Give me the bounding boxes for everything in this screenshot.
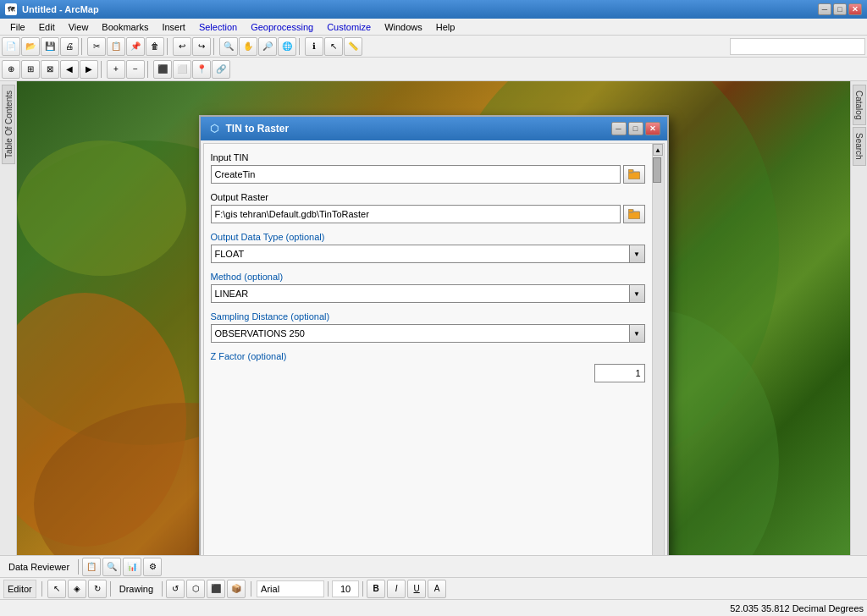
sampling-distance-arrow[interactable]: ▼: [629, 325, 644, 342]
menu-view[interactable]: View: [62, 19, 96, 35]
method-label: Method (optional): [211, 272, 645, 282]
draw-vertex-button[interactable]: ◈: [68, 580, 86, 598]
measure-button[interactable]: 📏: [344, 37, 362, 56]
sampling-distance-group: Sampling Distance (optional) OBSERVATION…: [211, 311, 645, 343]
tool4[interactable]: 🔗: [212, 60, 230, 79]
dialog-title-bar: ⬡ TIN to Raster ─ □ ✕: [201, 117, 667, 140]
paste-button[interactable]: 📌: [126, 37, 145, 56]
sep2: [167, 38, 170, 55]
sampling-distance-display[interactable]: OBSERVATIONS 250: [211, 324, 645, 343]
restore-button[interactable]: □: [833, 3, 847, 15]
draw-select-button[interactable]: ↖: [47, 580, 66, 598]
undo-button[interactable]: ↩: [173, 37, 191, 56]
scale-button[interactable]: ⬡: [186, 580, 205, 598]
font-family-select[interactable]: Arial: [257, 580, 324, 597]
menu-file[interactable]: File: [3, 19, 32, 35]
search-tab[interactable]: Search: [853, 127, 866, 166]
tin-to-raster-dialog: ⬡ TIN to Raster ─ □ ✕: [199, 115, 669, 555]
tool3[interactable]: 📍: [192, 60, 211, 79]
z-factor-row: [211, 364, 645, 382]
editor-dropdown[interactable]: Editor: [3, 580, 36, 598]
drawing-label[interactable]: Drawing: [114, 584, 158, 594]
window-controls: ─ □ ✕: [818, 3, 862, 15]
zoom-full-button[interactable]: ⊕: [2, 60, 20, 79]
status-bar: 52.035 35.812 Decimal Degrees: [0, 599, 867, 616]
identify-button[interactable]: ℹ: [305, 37, 323, 56]
forward-button[interactable]: ▶: [80, 60, 98, 79]
back-button[interactable]: ◀: [60, 60, 79, 79]
dialog-overlay: ⬡ TIN to Raster ─ □ ✕: [17, 81, 850, 555]
color-button[interactable]: A: [428, 580, 446, 598]
method-arrow[interactable]: ▼: [629, 285, 644, 302]
menu-edit[interactable]: Edit: [32, 19, 62, 35]
group-button[interactable]: 📦: [227, 580, 246, 598]
underline-button[interactable]: U: [407, 580, 426, 598]
full-extent-button[interactable]: 🌐: [278, 37, 296, 56]
tool2[interactable]: ⬜: [173, 60, 191, 79]
bold-button[interactable]: B: [367, 580, 385, 598]
menu-geoprocessing[interactable]: Geoprocessing: [244, 19, 320, 35]
dr-tool3[interactable]: 📊: [123, 558, 141, 576]
dr-tool2[interactable]: 🔍: [102, 558, 121, 576]
menu-customize[interactable]: Customize: [320, 19, 378, 35]
menu-selection[interactable]: Selection: [192, 19, 244, 35]
sep-drawing: [162, 581, 163, 597]
input-tin-browse-button[interactable]: [623, 165, 645, 184]
dialog-restore-button[interactable]: □: [628, 122, 643, 135]
output-data-type-arrow[interactable]: ▼: [629, 245, 644, 262]
zoom-out-fixed-button[interactable]: −: [126, 60, 145, 79]
z-factor-group: Z Factor (optional): [211, 351, 645, 382]
svg-rect-10: [628, 209, 633, 212]
print-button[interactable]: 🖨: [60, 37, 79, 56]
input-tin-field[interactable]: [211, 165, 621, 184]
toolbar-standard: 📄 📂 💾 🖨 ✂ 📋 📌 🗑 ↩ ↪ 🔍 ✋ 🔎 🌐 ℹ ↖ 📏: [0, 36, 867, 58]
scroll-thumb[interactable]: [653, 157, 661, 183]
dr-tool4[interactable]: ⚙: [143, 558, 162, 576]
output-raster-field[interactable]: [211, 205, 621, 223]
pan-button[interactable]: ✋: [239, 37, 257, 56]
zoom-out-button[interactable]: 🔎: [258, 37, 277, 56]
scroll-up-button[interactable]: ▲: [653, 144, 663, 156]
dialog-close-button[interactable]: ✕: [645, 122, 660, 135]
select-button[interactable]: ↖: [324, 37, 343, 56]
menu-windows[interactable]: Windows: [378, 19, 429, 35]
zoom-in-fixed-button[interactable]: +: [107, 60, 125, 79]
zoom-selected-button[interactable]: ⊠: [41, 60, 59, 79]
catalog-tab[interactable]: Catalog: [853, 85, 866, 125]
search-box[interactable]: [730, 38, 865, 55]
italic-button[interactable]: I: [387, 580, 406, 598]
tool1[interactable]: ⬛: [153, 60, 172, 79]
close-button[interactable]: ✕: [848, 3, 862, 15]
draw-rotate-button[interactable]: ↻: [88, 580, 107, 598]
minimize-button[interactable]: ─: [818, 3, 831, 15]
output-data-type-display[interactable]: FLOAT: [211, 245, 645, 263]
z-factor-field[interactable]: [594, 364, 645, 382]
menu-help[interactable]: Help: [429, 19, 462, 35]
output-data-type-group: Output Data Type (optional) FLOAT ▼: [211, 232, 645, 263]
delete-button[interactable]: 🗑: [146, 37, 164, 56]
font-size-select[interactable]: 10: [332, 580, 359, 597]
new-button[interactable]: 📄: [2, 37, 20, 56]
open-button[interactable]: 📂: [21, 37, 40, 56]
rotate-button[interactable]: ↺: [166, 580, 185, 598]
dr-tool1[interactable]: 📋: [82, 558, 101, 576]
method-display[interactable]: LINEAR: [211, 284, 645, 303]
zoom-in-button[interactable]: 🔍: [219, 37, 238, 56]
sep6: [147, 61, 151, 78]
menu-bookmarks[interactable]: Bookmarks: [95, 19, 155, 35]
folder-icon: [628, 169, 640, 179]
svg-rect-8: [628, 169, 633, 173]
copy-button[interactable]: 📋: [107, 37, 125, 56]
flip-button[interactable]: ⬛: [207, 580, 225, 598]
toc-tab[interactable]: Table Of Contents: [2, 85, 15, 164]
output-raster-browse-button[interactable]: [623, 205, 645, 223]
cut-button[interactable]: ✂: [87, 37, 106, 56]
redo-button[interactable]: ↪: [192, 37, 211, 56]
menu-insert[interactable]: Insert: [155, 19, 192, 35]
dialog-content: Input TIN Output Raster: [204, 144, 652, 555]
folder-icon-2: [628, 209, 640, 219]
save-button[interactable]: 💾: [41, 37, 59, 56]
output-raster-label: Output Raster: [211, 192, 645, 202]
dialog-minimize-button[interactable]: ─: [611, 122, 627, 135]
zoom-layer-button[interactable]: ⊞: [21, 60, 40, 79]
